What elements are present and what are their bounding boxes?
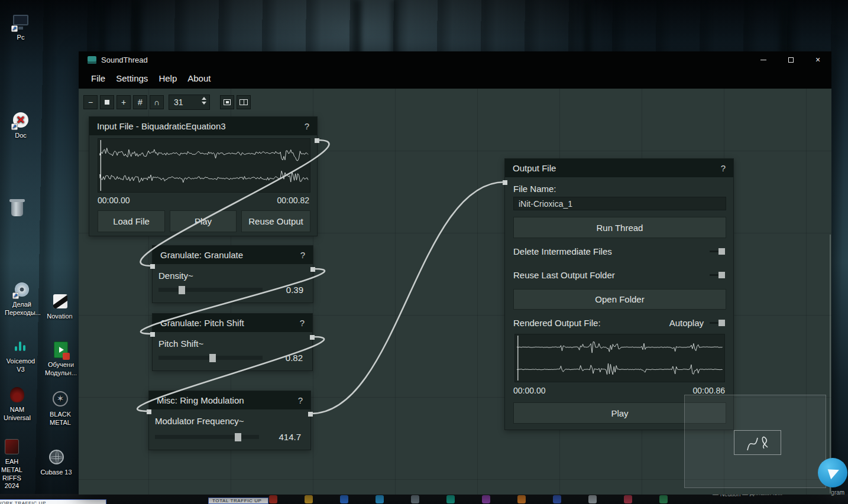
input-port[interactable] xyxy=(503,180,507,185)
taskbar-icon[interactable] xyxy=(588,495,597,503)
node-header[interactable]: Output File ? xyxy=(505,159,733,177)
toggle-knob[interactable] xyxy=(718,320,725,326)
taskbar-icon[interactable] xyxy=(340,495,348,503)
menu-help[interactable]: Help xyxy=(153,73,182,83)
help-icon[interactable]: ? xyxy=(300,318,305,328)
node-header[interactable]: Granulate: Pitch Shift ? xyxy=(153,314,312,332)
titlebar[interactable]: SoundThread × xyxy=(79,51,831,68)
run-thread-button[interactable]: Run Thread xyxy=(513,217,726,238)
grid-snap-button[interactable]: # xyxy=(133,95,147,109)
taskbar-icon[interactable] xyxy=(376,495,384,503)
load-file-button[interactable]: Load File xyxy=(98,210,165,232)
recycle-bin-icon xyxy=(8,200,27,219)
taskbar-icon[interactable] xyxy=(517,495,526,503)
output-port[interactable] xyxy=(315,138,319,143)
node-header[interactable]: Input File - BiquadraticEquation3 ? xyxy=(89,117,317,135)
focus-view-button[interactable] xyxy=(220,95,234,109)
help-icon[interactable]: ? xyxy=(721,163,726,173)
zoom-in-button[interactable]: + xyxy=(116,95,131,109)
node-granulate-pitch-shift[interactable]: Granulate: Pitch Shift ? Pitch Shift~ 0.… xyxy=(152,313,313,371)
file-name-input[interactable] xyxy=(513,197,726,210)
time-end: 00:00.82 xyxy=(277,196,310,205)
taskbar-icon[interactable] xyxy=(553,495,561,503)
node-title: Granulate: Granulate xyxy=(160,250,243,260)
network-traffic-window[interactable]: NETWORK TRAFFIC UP xyxy=(0,499,106,504)
slider-handle[interactable] xyxy=(209,354,216,362)
menu-file[interactable]: File xyxy=(86,73,111,83)
desktop-icon-modular-training[interactable]: Обучени Модульн... xyxy=(44,340,78,378)
node-ring-modulation[interactable]: Misc: Ring Modulation ? Modulator Freque… xyxy=(148,391,311,450)
node-header[interactable]: Granulate: Granulate ? xyxy=(153,246,313,264)
taskbar-icon[interactable] xyxy=(446,495,455,503)
output-waveform[interactable] xyxy=(514,334,725,382)
desktop-icon-eah-metal-riffs[interactable]: EAH METAL RIFFS 2024 xyxy=(0,437,29,490)
desktop-icon-delay-transitions[interactable]: ↗ Делай Переходы... xyxy=(5,280,39,317)
scrollbar[interactable] xyxy=(830,235,831,493)
open-folder-button[interactable]: Open Folder xyxy=(513,289,726,310)
autoplay-label: Autoplay xyxy=(669,318,704,328)
total-traffic-window[interactable]: TOTAL TRAFFIC UP xyxy=(208,498,268,504)
output-port[interactable] xyxy=(310,267,315,272)
help-icon[interactable]: ? xyxy=(298,395,303,405)
param-label: Pitch Shift~ xyxy=(158,339,203,349)
voicemod-icon xyxy=(11,337,30,356)
density-slider[interactable] xyxy=(158,288,263,292)
input-port[interactable] xyxy=(150,264,155,269)
help-icon[interactable]: ? xyxy=(300,250,305,260)
modulator-frequency-slider[interactable] xyxy=(155,435,259,439)
output-port[interactable] xyxy=(308,412,313,417)
node-input-file[interactable]: Input File - BiquadraticEquation3 ? 00:0… xyxy=(89,116,318,236)
menu-about[interactable]: About xyxy=(182,73,216,83)
close-button[interactable]: × xyxy=(804,51,831,68)
taskbar-icon[interactable] xyxy=(482,495,490,503)
zoom-level-input[interactable] xyxy=(169,97,196,107)
desktop-icon-novation[interactable]: Novation xyxy=(43,292,77,321)
maximize-button[interactable] xyxy=(777,51,804,68)
param-value: 0.82 xyxy=(286,353,303,363)
pitch-shift-slider[interactable] xyxy=(158,356,263,360)
spinner-down-icon[interactable] xyxy=(202,102,206,105)
paper-plane-icon xyxy=(828,466,841,480)
node-granulate-granulate[interactable]: Granulate: Granulate ? Density~ 0.39 xyxy=(152,245,313,303)
minimize-button[interactable] xyxy=(750,51,777,68)
slider-handle[interactable] xyxy=(235,433,241,441)
slider-handle[interactable] xyxy=(179,286,185,294)
taskbar-icon[interactable] xyxy=(659,495,668,503)
delete-intermediate-toggle[interactable] xyxy=(710,251,725,252)
taskbar-icon[interactable] xyxy=(305,495,313,503)
node-header[interactable]: Misc: Ring Modulation ? xyxy=(149,391,310,409)
input-port[interactable] xyxy=(150,332,155,337)
taskbar-icon[interactable] xyxy=(624,495,632,503)
taskbar-icon[interactable] xyxy=(411,495,419,503)
desktop-icon-nam-universal[interactable]: NAM Universal xyxy=(0,385,34,422)
reuse-output-button[interactable]: Reuse Output xyxy=(241,210,310,232)
toggle-knob[interactable] xyxy=(718,272,725,278)
desktop-icon-cubase[interactable]: Cubase 13 xyxy=(39,448,73,477)
desktop-icon-voicemod[interactable]: Voicemod V3 xyxy=(4,337,38,374)
taskbar-icons[interactable] xyxy=(269,495,668,503)
input-waveform[interactable] xyxy=(98,138,310,193)
desktop-icon-recycle-bin[interactable] xyxy=(0,200,34,220)
zoom-out-button[interactable]: − xyxy=(83,95,98,109)
training-icon xyxy=(51,340,70,359)
spinner-up-icon[interactable] xyxy=(202,97,206,100)
headphones-button[interactable]: ∩ xyxy=(150,95,164,109)
reuse-folder-toggle[interactable] xyxy=(710,274,725,276)
split-view-button[interactable] xyxy=(237,95,251,109)
input-port[interactable] xyxy=(147,409,151,414)
cd-icon: ↗ xyxy=(12,280,31,299)
desktop-icon-doc[interactable]: ✕↗ Doc xyxy=(4,111,38,140)
stop-button[interactable] xyxy=(100,95,114,109)
menu-settings[interactable]: Settings xyxy=(111,73,153,83)
desktop-icon-pc[interactable]: ↗ Pc xyxy=(4,13,38,42)
autoplay-toggle[interactable] xyxy=(710,322,725,324)
desktop-icon-black-metal[interactable]: ✶ BLACK METAL xyxy=(43,390,77,427)
taskbar-icon[interactable] xyxy=(269,495,277,503)
toggle-knob[interactable] xyxy=(718,248,725,255)
telegram-icon[interactable] xyxy=(818,458,847,487)
output-port[interactable] xyxy=(310,335,315,340)
node-output-file[interactable]: Output File ? File Name: Run Thread Dele… xyxy=(504,158,734,430)
play-button[interactable]: Play xyxy=(170,210,237,232)
time-start: 00:00.00 xyxy=(513,386,546,395)
help-icon[interactable]: ? xyxy=(305,121,309,131)
